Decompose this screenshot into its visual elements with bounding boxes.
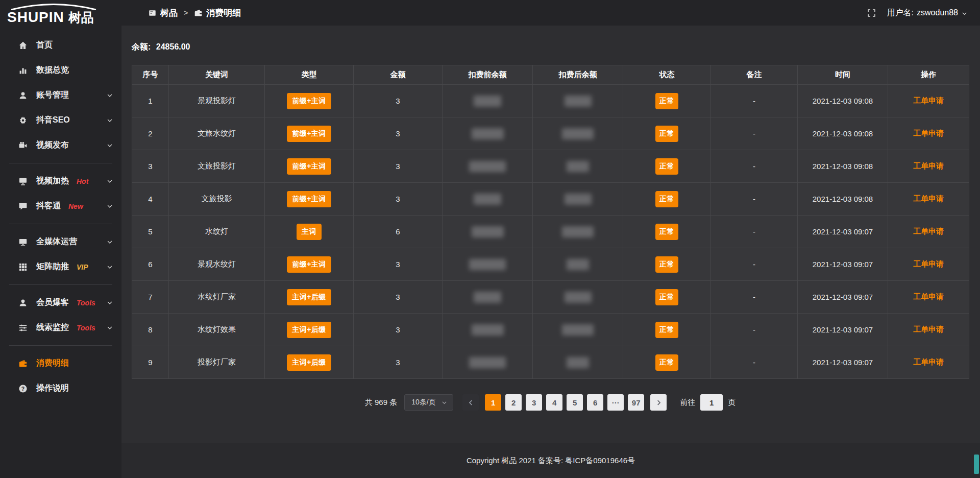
page-button-3[interactable]: 3 <box>526 394 542 411</box>
sidebar-item-label: 线索监控 <box>36 322 69 333</box>
time-cell: 2021-12-03 09:08 <box>798 117 888 150</box>
table-header-cell: 备注 <box>711 65 798 85</box>
sidebar-item-sliders[interactable]: 线索监控 Tools <box>0 315 121 340</box>
table-row: 6景观水纹灯前缀+主词3正常-2021-12-03 09:07工单申请 <box>132 248 969 281</box>
page-buttons: 123456···97 <box>485 394 644 411</box>
sidebar-item-bar-chart[interactable]: 数据总览 <box>0 58 121 83</box>
sidebar-item-gear[interactable]: 抖音SEO <box>0 108 121 133</box>
type-cell: 主词+后缀 <box>265 346 354 379</box>
status-cell: 正常 <box>623 314 711 346</box>
balance-before-cell <box>443 85 533 117</box>
page-button-5[interactable]: 5 <box>567 394 583 411</box>
goto-label: 前往 <box>680 398 695 408</box>
svg-text:?: ? <box>21 385 24 391</box>
balance-before-cell <box>443 216 533 248</box>
masked-balance-before <box>474 194 501 205</box>
work-order-link[interactable]: 工单申请 <box>913 161 944 170</box>
table-header-cell: 序号 <box>132 65 169 85</box>
amount-cell: 3 <box>354 183 443 216</box>
amount-cell: 3 <box>354 248 443 281</box>
sidebar-item-question[interactable]: ? 操作说明 <box>0 376 121 401</box>
comment-icon <box>18 202 28 211</box>
time-cell: 2021-12-03 09:08 <box>798 150 888 183</box>
page-size-select[interactable]: 10条/页 <box>404 394 453 411</box>
sidebar-item-screen[interactable]: 视频加热 Hot <box>0 169 121 194</box>
logo-text-cn: 树品 <box>68 9 94 26</box>
prev-page-button[interactable] <box>462 394 479 411</box>
user-dropdown[interactable]: 用户名: zswodun88 <box>887 8 968 18</box>
app-logo[interactable]: SHUPIN 树品 <box>0 0 121 31</box>
table-row: 4文旅投影前缀+主词3正常-2021-12-03 09:08工单申请 <box>132 183 969 216</box>
user-icon <box>18 91 28 100</box>
status-badge: 正常 <box>655 224 678 240</box>
amount-cell: 3 <box>354 117 443 150</box>
chevron-down-icon <box>106 324 113 331</box>
sidebar-item-monitor[interactable]: 全媒体运营 <box>0 229 121 254</box>
bar-chart-icon <box>18 66 28 75</box>
sidebar-item-video-camera[interactable]: 视频发布 <box>0 133 121 158</box>
status-cell: 正常 <box>623 183 711 216</box>
screen-icon <box>18 177 28 186</box>
page-button-4[interactable]: 4 <box>546 394 562 411</box>
remark-cell: - <box>711 248 798 281</box>
goto-page-input[interactable] <box>700 394 723 411</box>
table-header-cell: 关键词 <box>169 65 265 85</box>
balance-label: 余额: <box>132 42 151 51</box>
amount-cell: 3 <box>354 85 443 117</box>
work-order-link[interactable]: 工单申请 <box>913 129 944 137</box>
table-header-row: 序号关键词类型金额扣费前余额扣费后余额状态备注时间操作 <box>132 65 969 85</box>
sidebar-item-user-group[interactable]: 会员爆客 Tools <box>0 290 121 315</box>
total-count: 共 969 条 <box>365 398 397 408</box>
masked-balance-after <box>565 194 592 205</box>
sidebar-item-user[interactable]: 账号管理 <box>0 83 121 108</box>
breadcrumb-item-home[interactable]: 树品 <box>148 7 178 19</box>
page-button-2[interactable]: 2 <box>505 394 522 411</box>
type-badge: 前缀+主词 <box>287 158 331 175</box>
masked-balance-before <box>469 161 506 172</box>
logo-text-en: SHUPIN <box>7 9 64 26</box>
page-button-6[interactable]: 6 <box>587 394 603 411</box>
table-header-cell: 扣费后余额 <box>533 65 623 85</box>
masked-balance-before <box>469 357 506 368</box>
work-order-link[interactable]: 工单申请 <box>913 292 944 301</box>
fullscreen-icon[interactable] <box>867 9 876 17</box>
chevron-down-icon <box>106 299 113 306</box>
page-button-97[interactable]: 97 <box>628 394 644 411</box>
amount-cell: 3 <box>354 150 443 183</box>
type-cell: 主词+后缀 <box>265 314 354 346</box>
type-badge: 主词 <box>297 224 322 240</box>
status-badge: 正常 <box>655 256 678 273</box>
sidebar-item-wallet[interactable]: 消费明细 <box>0 351 121 376</box>
page-ellipsis-button[interactable]: ··· <box>607 394 624 411</box>
balance-before-cell <box>443 248 533 281</box>
action-cell: 工单申请 <box>888 183 969 216</box>
sidebar: SHUPIN 树品 首页 数据总览 账号管理 抖音SEO 视频发布 视频加热 <box>0 0 121 478</box>
action-cell: 工单申请 <box>888 346 969 379</box>
action-cell: 工单申请 <box>888 281 969 314</box>
work-order-link[interactable]: 工单申请 <box>913 96 944 105</box>
work-order-link[interactable]: 工单申请 <box>913 259 944 268</box>
breadcrumb-item-current[interactable]: 消费明细 <box>194 7 241 19</box>
chevron-down-icon <box>106 178 113 185</box>
status-badge: 正常 <box>655 126 678 142</box>
work-order-link[interactable]: 工单申请 <box>913 357 944 366</box>
wallet-icon <box>18 359 28 368</box>
question-icon: ? <box>18 384 28 393</box>
sidebar-item-home[interactable]: 首页 <box>0 33 121 58</box>
work-order-link[interactable]: 工单申请 <box>913 194 944 203</box>
work-order-link[interactable]: 工单申请 <box>913 227 944 235</box>
type-badge: 前缀+主词 <box>287 126 331 142</box>
chevron-down-icon <box>106 117 113 124</box>
page-button-1[interactable]: 1 <box>485 394 501 411</box>
work-order-link[interactable]: 工单申请 <box>913 325 944 333</box>
chat-widget[interactable] <box>974 455 979 474</box>
amount-cell: 6 <box>354 216 443 248</box>
sidebar-item-grid[interactable]: 矩阵助推 VIP <box>0 254 121 279</box>
table-row: 8水纹灯效果主词+后缀3正常-2021-12-03 09:07工单申请 <box>132 314 969 346</box>
balance-before-cell <box>443 281 533 314</box>
sidebar-item-comment[interactable]: 抖客通 New <box>0 194 121 219</box>
balance-before-cell <box>443 183 533 216</box>
balance-after-cell <box>533 281 623 314</box>
table-row: 7水纹灯厂家主词+后缀3正常-2021-12-03 09:07工单申请 <box>132 281 969 314</box>
next-page-button[interactable] <box>650 394 667 411</box>
